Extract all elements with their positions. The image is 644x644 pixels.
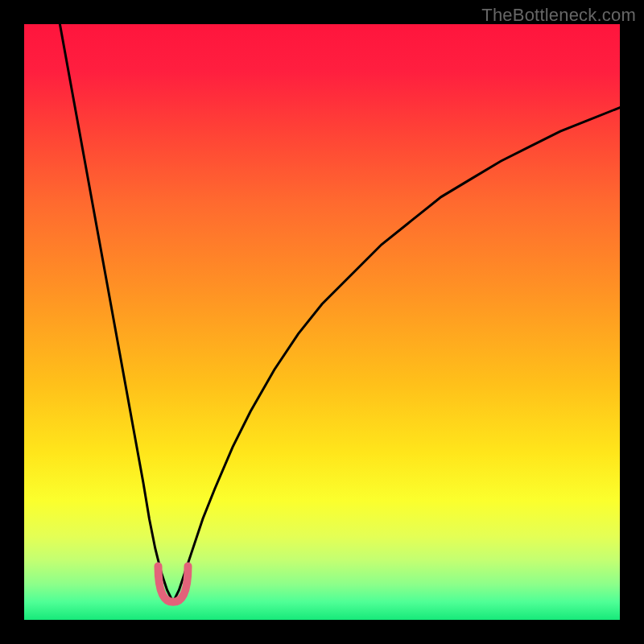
bottleneck-chart <box>24 24 620 620</box>
watermark-text: TheBottleneck.com <box>481 5 636 26</box>
chart-frame <box>24 24 620 620</box>
